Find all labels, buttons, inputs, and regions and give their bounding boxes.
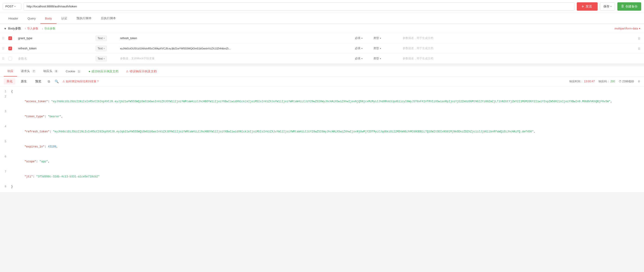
- tab-header[interactable]: Header: [4, 14, 23, 24]
- json-line-6: 6 "scope": "app",: [5, 154, 639, 170]
- json-brace-close: }: [11, 184, 13, 190]
- tab-cookie[interactable]: Cookie 1: [62, 67, 85, 76]
- bind-link-text: 如何绑定响应结果到变量？: [66, 80, 99, 84]
- save-button[interactable]: 保存 ▾: [600, 2, 615, 11]
- param-name-input-1[interactable]: [17, 36, 92, 41]
- checkbox-1[interactable]: ✓: [6, 34, 15, 42]
- tab-error-example[interactable]: ⚠ 错误响应示例及文档: [122, 66, 160, 76]
- drag-handle-1[interactable]: ☰: [0, 34, 6, 42]
- cookie-badge: 1: [77, 70, 81, 73]
- top-bar: POST ▾ ✈ 发送 保存 ▾ 🗄 创建备份: [0, 0, 644, 13]
- tab-success-example[interactable]: ● 成功响应示例及文档: [85, 66, 122, 76]
- export-params-button[interactable]: ↓ 导出参数: [42, 27, 56, 30]
- success-example-label: 成功响应示例及文档: [91, 69, 118, 74]
- param-desc-2: 参数描述，用于生成文档: [400, 44, 636, 52]
- search-button[interactable]: 🔍: [54, 78, 60, 84]
- param-desc-text-1: 参数描述，用于生成文档: [401, 36, 435, 40]
- hamburger-icon-2: ☰: [2, 46, 5, 50]
- request-headers-label: 请求头: [21, 69, 30, 73]
- json-line-7: 7 "jti": "3f5d998c-32db-4c13-b331-a1ce5e…: [5, 170, 639, 184]
- param-action-1[interactable]: 🗑: [636, 34, 644, 42]
- checkbox-3[interactable]: [6, 55, 15, 62]
- param-type-1[interactable]: Text ▾: [94, 34, 117, 43]
- required-chevron-icon-2: ▾: [362, 47, 362, 50]
- tab-body[interactable]: Body: [40, 14, 56, 24]
- type2-chevron-icon-1: ▾: [380, 37, 381, 40]
- param-type2-2[interactable]: 类型 ▾: [372, 44, 400, 52]
- type-chevron-icon-2: ▾: [104, 47, 105, 50]
- tab-response-headers[interactable]: 响应头 8: [40, 66, 62, 76]
- tab-auth[interactable]: 认证: [56, 13, 72, 24]
- param-name-3[interactable]: [15, 54, 94, 63]
- copy-button[interactable]: ⧉: [47, 78, 51, 84]
- required-text-1: 必填: [355, 36, 360, 40]
- tab-query[interactable]: Query: [23, 14, 40, 24]
- response-toolbar: 美化 原生 预览 ⧉ 🔍 ⚠ 如何绑定响应结果到变量？ 响应时间： 13:00:…: [0, 76, 644, 86]
- line-num-2: 2: [5, 94, 9, 100]
- param-type2-1[interactable]: 类型 ▾: [372, 34, 400, 42]
- preview-btn[interactable]: 预览: [32, 78, 44, 84]
- create-backup-button[interactable]: 🗄 创建备份: [617, 2, 641, 11]
- param-desc-3: 参数描述，用于生成文档: [400, 55, 636, 62]
- checkbox-2[interactable]: ✓: [6, 45, 15, 52]
- check-circle-icon: ●: [88, 70, 90, 73]
- type2-text-3: 类型: [374, 56, 379, 60]
- delete-icon-2[interactable]: 🗑: [638, 46, 641, 50]
- param-row-1: ☰ ✓ Text ▾ refresh_token 必填 ▾ 类型 ▾: [0, 33, 644, 43]
- param-type-3[interactable]: Text ▾: [94, 54, 117, 63]
- collapse-icon[interactable]: ▼: [4, 27, 7, 30]
- drag-handle-3[interactable]: ☰: [0, 55, 6, 62]
- beautify-btn[interactable]: 美化: [4, 78, 15, 84]
- param-required-2[interactable]: 必填 ▾: [353, 44, 372, 52]
- json-access-token: "access_token": "eyJhbGciOiJSUzI1NiIsInR…: [11, 94, 612, 110]
- import-params-button[interactable]: ↑ 导入参数: [25, 27, 38, 30]
- param-value-text-2: eyJhbGciOiJSUzI1NiIsInR5cCI6IkpXVCJ9.eyJ…: [119, 47, 232, 50]
- form-type-label: multipart/form-data: [614, 27, 638, 30]
- line-num-6: 6: [5, 154, 9, 160]
- save-label: 保存: [604, 4, 610, 8]
- param-name-2[interactable]: [15, 44, 94, 53]
- response-info: 响应时间： 13:00:47 响应码： 200 ⏱ 2399毫秒 ⚙: [569, 80, 640, 84]
- param-name-1[interactable]: [15, 34, 94, 43]
- save-chevron-icon: ▾: [610, 5, 612, 8]
- line-num-5: 5: [5, 139, 9, 144]
- check-icon-2: ✓: [9, 47, 11, 50]
- line-num-7: 7: [5, 170, 9, 174]
- tab-post-script[interactable]: 后执行脚本: [96, 13, 120, 24]
- param-required-1[interactable]: 必填 ▾: [353, 34, 372, 42]
- tab-pre-script[interactable]: 预执行脚本: [72, 13, 96, 24]
- form-type-selector[interactable]: multipart/form-data ▾: [614, 27, 640, 30]
- json-jti: "jti": "3f5d998c-32db-4c13-b331-a1ce5e71…: [11, 170, 100, 184]
- required-chevron-icon-3: ▾: [362, 58, 362, 60]
- param-value-3: 参数值，支持Mock字段变量: [117, 55, 353, 62]
- json-line-2: 2 "access_token": "eyJhbGciOiJSUzI1NiIsI…: [5, 94, 639, 110]
- param-type2-3[interactable]: 类型 ▾: [372, 55, 400, 62]
- param-name-input-2[interactable]: [17, 46, 92, 51]
- line-num-4: 4: [5, 124, 9, 130]
- url-input[interactable]: [24, 2, 574, 11]
- type-label-2: Text: [98, 47, 103, 50]
- param-required-3[interactable]: 必填 ▾: [353, 55, 372, 62]
- send-button[interactable]: ✈ 发送: [577, 2, 598, 11]
- param-name-input-3[interactable]: [17, 56, 92, 61]
- drag-handle-2[interactable]: ☰: [0, 45, 6, 52]
- response-time-label: 响应时间： 13:00:47: [569, 80, 595, 84]
- response-tabs: 响应 请求头 7 响应头 8 Cookie 1 ● 成功响应示例及文档 ⚠ 错误…: [0, 66, 644, 76]
- param-action-3[interactable]: [636, 57, 644, 60]
- param-value-1: refresh_token: [117, 35, 353, 42]
- param-action-2[interactable]: 🗑: [636, 45, 644, 52]
- json-brace-open: {: [11, 89, 13, 94]
- json-refresh-token: "refresh_token": "eyJhbGciOiJSUzI1NiIsIn…: [11, 124, 535, 139]
- tab-response[interactable]: 响应: [4, 66, 17, 76]
- method-select[interactable]: POST ▾: [3, 3, 21, 10]
- params-header: ▼ Body参数 ↑ 导入参数 ↓ 导出参数 multipart/form-da…: [0, 24, 644, 33]
- type-label-1: Text: [98, 37, 103, 40]
- settings-icon[interactable]: ⚙: [638, 80, 640, 83]
- param-row-3: ☰ Text ▾ 参数值，支持Mock字段变量 必填 ▾ 类型 ▾: [0, 54, 644, 64]
- raw-btn[interactable]: 原生: [18, 78, 30, 84]
- param-type-2[interactable]: Text ▾: [94, 44, 117, 53]
- bind-link[interactable]: ⚠ 如何绑定响应结果到变量？: [62, 80, 99, 84]
- delete-icon-1[interactable]: 🗑: [638, 36, 641, 40]
- response-code-value: 200: [610, 80, 615, 83]
- tab-request-headers[interactable]: 请求头 7: [17, 66, 40, 76]
